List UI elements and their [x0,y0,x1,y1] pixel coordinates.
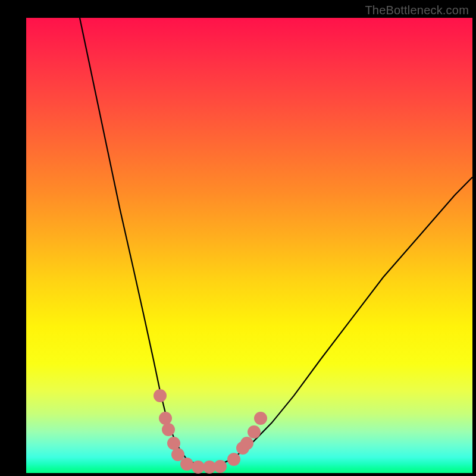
marker-dot [254,412,267,425]
marker-dot [154,389,167,402]
marker-dot [162,423,175,436]
watermark-text: TheBottleneck.com [365,4,469,17]
marker-dot [248,425,261,439]
plot-area [26,18,472,473]
marker-dot [214,460,227,473]
chart-container: TheBottleneck.com [0,0,476,476]
marker-dots-layer [26,18,472,473]
marker-dot [240,437,253,450]
marker-dot [227,453,240,466]
